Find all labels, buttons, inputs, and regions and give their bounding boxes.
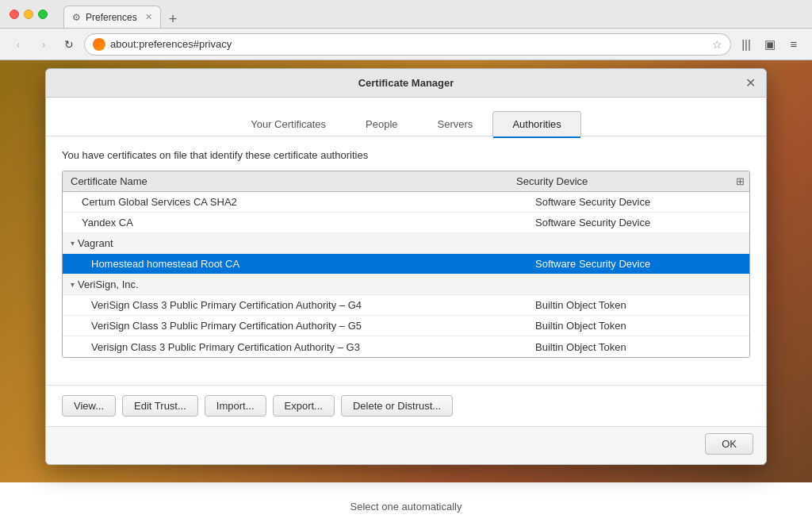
expand-icon[interactable]: ⊞ <box>730 171 749 191</box>
description-text: You have certificates on file that ident… <box>62 149 750 161</box>
table-row-group[interactable]: ▾ VeriSign, Inc. <box>63 275 749 295</box>
nav-icons: ||| ▣ ≡ <box>736 34 804 55</box>
sidebar-button[interactable]: ▣ <box>760 34 780 55</box>
view-button[interactable]: View... <box>62 395 116 417</box>
table-row[interactable]: Certum Global Services CA SHA2 Software … <box>63 192 749 213</box>
close-traffic-light[interactable] <box>10 10 19 19</box>
column-header-device: Security Device <box>508 171 730 191</box>
tab-people[interactable]: People <box>346 111 417 136</box>
cert-name: Verisign Class 3 Public Primary Certific… <box>63 338 527 356</box>
page-content: Select one automatically Certificate Man… <box>0 60 812 530</box>
dialog-actions: View... Edit Trust... Import... Export..… <box>46 385 766 426</box>
dialog-titlebar: Certificate Manager ✕ <box>46 69 766 98</box>
dialog-footer: OK <box>46 426 766 464</box>
back-button[interactable]: ‹ <box>8 34 29 55</box>
tab-authorities[interactable]: Authorities <box>492 111 580 136</box>
bookmark-icon[interactable]: ☆ <box>712 38 722 51</box>
certificate-manager-dialog: Certificate Manager ✕ Your Certificates … <box>45 68 767 465</box>
cert-tabs: Your Certificates People Servers Authori… <box>46 98 766 136</box>
gear-icon: ⚙ <box>72 12 81 23</box>
delete-button[interactable]: Delete or Distrust... <box>341 395 453 417</box>
forward-button[interactable]: › <box>33 34 54 55</box>
tab-your-certificates[interactable]: Your Certificates <box>231 111 346 136</box>
column-header-name: Certificate Name <box>63 171 508 191</box>
table-row-group[interactable]: ▾ Vagrant <box>63 233 749 254</box>
reload-button[interactable]: ↻ <box>59 34 79 55</box>
cert-device: Software Security Device <box>527 255 749 273</box>
group-label: ▾ VeriSign, Inc. <box>63 275 749 294</box>
firefox-logo <box>93 38 105 51</box>
edit-trust-button[interactable]: Edit Trust... <box>122 395 198 417</box>
cert-device: Builtin Object Token <box>527 317 749 335</box>
cert-name: Homestead homestead Root CA <box>63 255 527 273</box>
tab-servers[interactable]: Servers <box>418 111 493 136</box>
table-row[interactable]: Yandex CA Software Security Device <box>63 213 749 233</box>
tab-close-icon[interactable]: ✕ <box>145 12 152 22</box>
certificate-table: Certificate Name Security Device ⊞ Certu… <box>62 171 750 358</box>
chevron-icon: ▾ <box>71 239 75 248</box>
group-label: ▾ Vagrant <box>63 234 749 252</box>
tab-active-indicator <box>493 136 580 138</box>
title-bar: ⚙ Preferences ✕ + <box>0 0 812 29</box>
minimize-traffic-light[interactable] <box>24 10 33 19</box>
tab-bar: ⚙ Preferences ✕ + <box>63 0 180 28</box>
cert-device: Builtin Object Token <box>527 338 749 356</box>
nav-bar: ‹ › ↻ about:preferences#privacy ☆ ||| ▣ … <box>0 29 812 60</box>
ok-button[interactable]: OK <box>705 433 753 455</box>
traffic-lights <box>10 10 48 19</box>
table-header: Certificate Name Security Device ⊞ <box>63 171 749 192</box>
export-button[interactable]: Export... <box>273 395 335 417</box>
dialog-body: You have certificates on file that ident… <box>46 136 766 385</box>
table-row[interactable]: VeriSign Class 3 Public Primary Certific… <box>63 316 749 336</box>
table-body: Certum Global Services CA SHA2 Software … <box>63 192 749 357</box>
cert-device: Software Security Device <box>527 213 749 232</box>
import-button[interactable]: Import... <box>205 395 266 417</box>
dialog-overlay: Certificate Manager ✕ Your Certificates … <box>0 60 812 530</box>
new-tab-button[interactable]: + <box>166 11 181 28</box>
browser-window: ⚙ Preferences ✕ + ‹ › ↻ about:preference… <box>0 0 812 530</box>
dialog-close-button[interactable]: ✕ <box>742 75 758 91</box>
cert-name: VeriSign Class 3 Public Primary Certific… <box>63 317 527 335</box>
chevron-icon: ▾ <box>71 280 75 289</box>
cert-device: Builtin Object Token <box>527 296 749 314</box>
cert-name: VeriSign Class 3 Public Primary Certific… <box>63 296 527 314</box>
address-text: about:preferences#privacy <box>110 38 707 50</box>
table-row[interactable]: VeriSign Class 3 Public Primary Certific… <box>63 295 749 316</box>
maximize-traffic-light[interactable] <box>38 10 48 19</box>
cert-name: Yandex CA <box>63 213 527 232</box>
browser-tab-preferences[interactable]: ⚙ Preferences ✕ <box>63 6 161 28</box>
table-row[interactable]: Homestead homestead Root CA Software Sec… <box>63 254 749 275</box>
dialog-title: Certificate Manager <box>358 77 454 89</box>
table-row[interactable]: Verisign Class 3 Public Primary Certific… <box>63 336 749 357</box>
cert-name: Certum Global Services CA SHA2 <box>63 193 527 211</box>
address-bar[interactable]: about:preferences#privacy ☆ <box>84 33 731 56</box>
cert-device: Software Security Device <box>527 193 749 211</box>
tab-label: Preferences <box>86 12 137 23</box>
library-button[interactable]: ||| <box>736 34 756 55</box>
menu-button[interactable]: ≡ <box>783 34 804 55</box>
